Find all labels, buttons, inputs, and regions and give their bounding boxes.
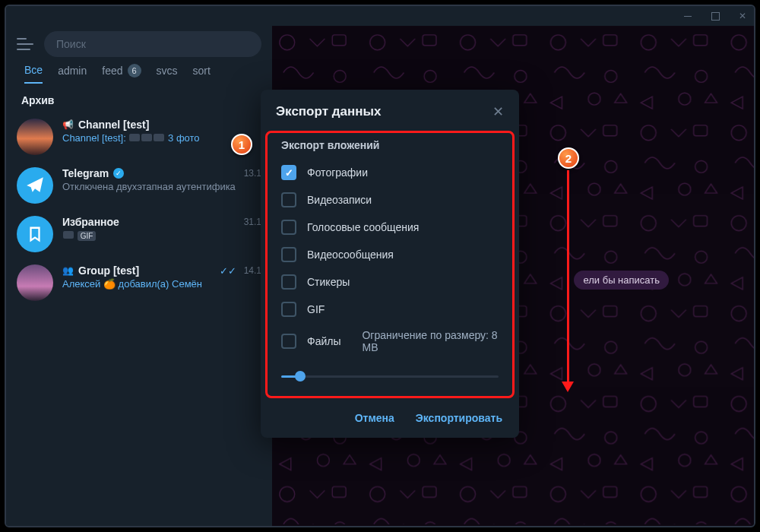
chat-title: Telegram [62, 167, 109, 179]
app-window: ✕ Поиск Все admin feed6 svcs sort Архив … [5, 5, 755, 527]
chat-item[interactable]: 📢 Channel [test] Channel [test]: 3 фото [6, 112, 272, 161]
dialog-close-icon[interactable]: ✕ [492, 103, 504, 120]
chat-preview: GIF [62, 230, 261, 241]
chat-time: 14.1 [244, 265, 261, 276]
chat-preview: Алексей 🍊 добавил(а) Семён [62, 278, 261, 290]
option-videos[interactable]: Видеозаписи [278, 186, 502, 214]
tab-feed[interactable]: feed6 [102, 64, 141, 84]
sidebar-topbar: Поиск [6, 26, 272, 62]
slider-thumb-icon[interactable] [295, 371, 306, 382]
avatar [17, 167, 53, 204]
option-gif[interactable]: GIF [278, 296, 502, 323]
option-stickers[interactable]: Стикеры [278, 268, 502, 296]
avatar [17, 216, 53, 252]
avatar [17, 264, 53, 301]
verified-icon [113, 168, 124, 179]
chat-item[interactable]: 👥 Group [test] ✓✓ 14.1 Алексей 🍊 добавил… [6, 258, 272, 307]
annotation-badge-2: 2 [558, 147, 579, 169]
window-maximize-icon[interactable] [710, 11, 720, 21]
annotation-arrow [567, 170, 569, 383]
annotation-badge-1: 1 [231, 134, 252, 155]
size-limit-label: Ограничение по размеру: 8 MB [362, 329, 499, 353]
search-input[interactable]: Поиск [44, 31, 261, 57]
checkbox-icon[interactable] [281, 274, 296, 290]
tab-svcs[interactable]: svcs [157, 64, 178, 84]
dialog-body: Экспорт вложений Фотографии Видеозаписи … [265, 131, 515, 398]
hamburger-menu-icon[interactable] [17, 38, 33, 50]
annotation-arrow-head-icon [562, 382, 574, 392]
chat-item[interactable]: Избранное 31.1 GIF [6, 210, 272, 258]
dialog-section-label: Экспорт вложений [278, 136, 502, 159]
window-minimize-icon[interactable] [682, 11, 693, 21]
gif-badge: GIF [78, 231, 97, 241]
dialog-title: Экспорт данных [276, 104, 381, 119]
group-icon: 👥 [62, 265, 74, 276]
window-close-icon[interactable]: ✕ [737, 11, 748, 21]
channel-icon: 📢 [62, 119, 74, 130]
tab-sort[interactable]: sort [193, 64, 211, 84]
checkbox-icon[interactable] [281, 247, 296, 262]
read-checks-icon: ✓✓ [220, 265, 236, 277]
avatar [17, 119, 53, 155]
chat-time: 31.1 [244, 217, 261, 227]
sidebar: Поиск Все admin feed6 svcs sort Архив 📢 … [6, 26, 272, 526]
option-photos[interactable]: Фотографии [278, 159, 502, 186]
titlebar: ✕ [6, 6, 754, 26]
telegram-plane-icon [25, 176, 45, 195]
option-voice[interactable]: Голосовые сообщения [278, 214, 502, 241]
option-videomsg[interactable]: Видеосообщения [278, 241, 502, 268]
export-button[interactable]: Экспортировать [416, 412, 502, 424]
checkbox-icon[interactable] [281, 334, 296, 349]
checkbox-icon[interactable] [281, 302, 296, 317]
cancel-button[interactable]: Отмена [355, 412, 394, 424]
checkbox-icon[interactable] [281, 220, 296, 235]
chat-preview: Отключена двухэтапная аутентифика [62, 181, 261, 192]
export-dialog: Экспорт данных ✕ Экспорт вложений Фотогр… [261, 90, 519, 438]
size-slider[interactable] [281, 367, 499, 385]
tab-feed-badge: 6 [128, 64, 141, 78]
chat-time: 13.1 [244, 168, 261, 179]
checkbox-icon[interactable] [281, 192, 296, 207]
archive-label[interactable]: Архив [6, 84, 272, 112]
tab-all[interactable]: Все [24, 64, 43, 84]
option-files[interactable]: ФайлыОграничение по размеру: 8 MB [278, 323, 502, 359]
chat-title: Избранное [62, 216, 119, 228]
checkbox-icon[interactable] [281, 165, 296, 180]
chat-title: Channel [test] [78, 119, 149, 131]
folder-tabs: Все admin feed6 svcs sort [6, 62, 272, 84]
tab-admin[interactable]: admin [58, 64, 87, 84]
bookmark-icon [27, 226, 43, 242]
chat-title: Group [test] [78, 264, 139, 277]
chat-item[interactable]: Telegram 13.1 Отключена двухэтапная ауте… [6, 161, 272, 210]
empty-chat-hint: ели бы написать [574, 271, 669, 290]
